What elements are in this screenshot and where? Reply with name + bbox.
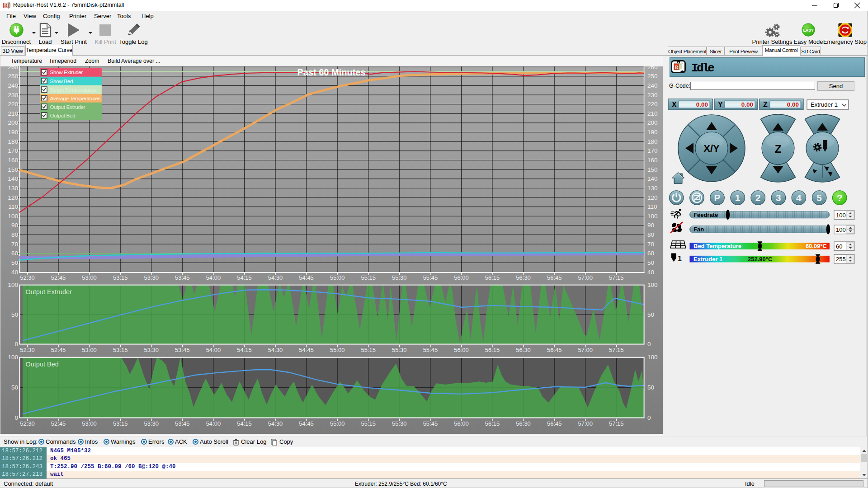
svg-text:Output Bed: Output Bed: [26, 361, 59, 368]
svg-text:54:00: 54:00: [206, 347, 221, 353]
svg-text:52:30: 52:30: [20, 420, 35, 427]
svg-text:53:00: 53:00: [82, 420, 97, 427]
svg-text:52:30: 52:30: [20, 274, 35, 281]
svg-text:52:30: 52:30: [20, 347, 35, 353]
svg-text:56:15: 56:15: [485, 347, 500, 353]
svg-text:140: 140: [647, 175, 658, 182]
svg-text:60: 60: [836, 243, 842, 250]
svg-text:100: 100: [647, 213, 658, 220]
svg-text:100: 100: [8, 354, 18, 361]
svg-text:70: 70: [647, 241, 654, 248]
svg-text:53:00: 53:00: [82, 347, 97, 353]
svg-text:54:15: 54:15: [237, 347, 252, 353]
svg-text:100: 100: [647, 282, 658, 288]
svg-text:56:45: 56:45: [547, 274, 562, 281]
svg-text:0.00: 0.00: [787, 101, 799, 108]
svg-text:57:00: 57:00: [578, 347, 593, 353]
svg-text:250: 250: [647, 73, 658, 80]
svg-text:55:15: 55:15: [361, 420, 376, 427]
svg-text:54:30: 54:30: [268, 420, 283, 427]
svg-text:50: 50: [11, 384, 18, 391]
svg-text:56:15: 56:15: [485, 274, 500, 281]
svg-text:Extruder 1: Extruder 1: [811, 101, 838, 108]
svg-text:56:00: 56:00: [454, 420, 469, 427]
svg-text:53:45: 53:45: [175, 347, 190, 353]
svg-text:52:45: 52:45: [51, 274, 66, 281]
svg-text:110: 110: [647, 203, 657, 210]
svg-text:150: 150: [8, 166, 18, 173]
svg-text:Output Extruder: Output Extruder: [50, 104, 85, 110]
svg-text:55:15: 55:15: [361, 274, 376, 281]
svg-text:180: 180: [647, 138, 658, 145]
svg-text:55:45: 55:45: [423, 420, 438, 427]
svg-text:57:00: 57:00: [578, 274, 593, 281]
svg-text:0.00: 0.00: [741, 101, 753, 108]
svg-text:54:45: 54:45: [299, 347, 314, 353]
svg-text:90: 90: [647, 222, 654, 229]
svg-text:190: 190: [647, 129, 658, 136]
svg-text:Feedrate: Feedrate: [693, 211, 718, 218]
svg-text:100: 100: [836, 212, 846, 219]
svg-text:55:00: 55:00: [330, 420, 345, 427]
svg-text:53:30: 53:30: [144, 274, 159, 281]
svg-text:120: 120: [8, 194, 18, 201]
svg-text:EASY: EASY: [803, 28, 813, 33]
svg-text:53:15: 53:15: [113, 274, 128, 281]
svg-text:130: 130: [8, 185, 18, 192]
svg-text:Target Temperatures: Target Temperatures: [50, 87, 96, 93]
svg-text:60.09°C: 60.09°C: [806, 243, 827, 249]
svg-text:Show Bed: Show Bed: [50, 78, 73, 84]
svg-text:260: 260: [647, 66, 658, 70]
svg-text:56:45: 56:45: [547, 420, 562, 427]
svg-text:54:15: 54:15: [237, 274, 252, 281]
svg-text:54:30: 54:30: [268, 274, 283, 281]
svg-text:52:45: 52:45: [51, 347, 66, 353]
svg-text:90: 90: [11, 222, 18, 229]
svg-text:53:00: 53:00: [82, 274, 97, 281]
svg-text:55:30: 55:30: [392, 347, 407, 353]
svg-text:X: X: [672, 101, 677, 108]
svg-text:50: 50: [11, 311, 18, 318]
svg-text:56:00: 56:00: [454, 274, 469, 281]
svg-text:Y: Y: [718, 101, 723, 108]
svg-text:200: 200: [8, 119, 18, 126]
svg-text:220: 220: [8, 101, 18, 108]
svg-text:100: 100: [8, 213, 18, 220]
svg-text:53:30: 53:30: [144, 347, 159, 353]
svg-text:220: 220: [647, 101, 658, 108]
svg-text:57:15: 57:15: [609, 347, 624, 353]
svg-text:210: 210: [8, 110, 18, 117]
svg-text:100: 100: [8, 282, 18, 288]
svg-text:200: 200: [647, 119, 658, 126]
svg-text:3: 3: [776, 192, 781, 203]
svg-text:0: 0: [14, 414, 18, 421]
svg-text:R: R: [675, 65, 679, 70]
svg-text:Average Temperatures: Average Temperatures: [50, 95, 100, 101]
svg-text:P: P: [714, 192, 720, 203]
svg-text:5: 5: [816, 192, 822, 203]
svg-text:56:30: 56:30: [516, 274, 531, 281]
svg-text:Bed Temperature: Bed Temperature: [693, 243, 741, 249]
svg-text:55:45: 55:45: [423, 274, 438, 281]
svg-text:Past 60 Minutes: Past 60 Minutes: [297, 67, 365, 77]
svg-text:170: 170: [8, 147, 18, 154]
svg-text:130: 130: [647, 185, 658, 192]
svg-text:240: 240: [647, 82, 658, 89]
svg-text:Show Extruder: Show Extruder: [50, 69, 83, 75]
svg-text:56:15: 56:15: [485, 420, 500, 427]
svg-text:80: 80: [647, 231, 654, 238]
svg-text:170: 170: [647, 147, 658, 154]
svg-text:210: 210: [647, 110, 658, 117]
svg-text:X/Y: X/Y: [703, 143, 720, 154]
svg-text:190: 190: [8, 129, 18, 136]
svg-text:54:00: 54:00: [206, 420, 221, 427]
svg-text:255: 255: [836, 256, 846, 263]
svg-text:57:00: 57:00: [578, 420, 593, 427]
svg-text:40: 40: [11, 269, 18, 276]
svg-text:260: 260: [8, 66, 18, 70]
svg-text:40: 40: [647, 269, 654, 276]
svg-text:60: 60: [647, 250, 654, 257]
svg-text:140: 140: [8, 175, 18, 182]
svg-text:53:15: 53:15: [113, 420, 128, 427]
svg-text:60: 60: [11, 250, 18, 257]
